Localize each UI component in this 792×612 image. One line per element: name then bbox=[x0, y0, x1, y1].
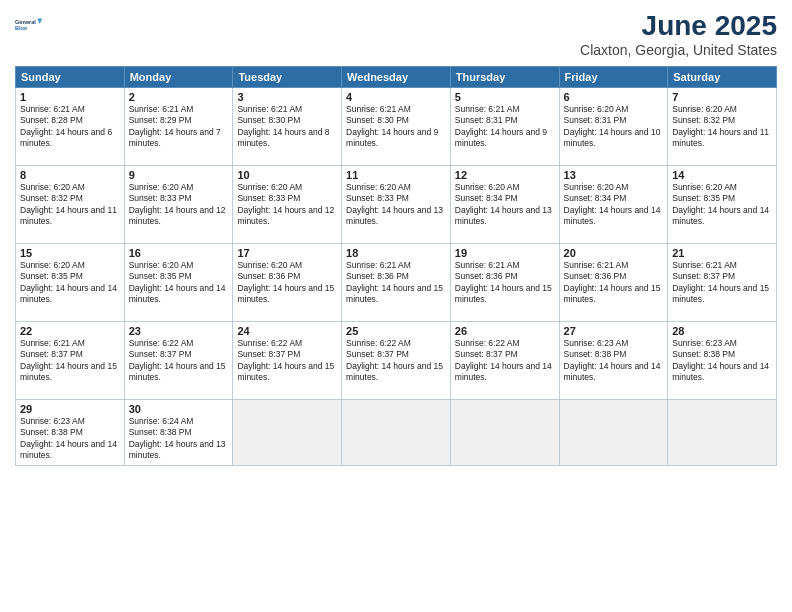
col-header-monday: Monday bbox=[124, 67, 233, 88]
month-title: June 2025 bbox=[580, 10, 777, 42]
day-number: 27 bbox=[564, 325, 664, 337]
day-info: Sunrise: 6:20 AMSunset: 8:35 PMDaylight:… bbox=[129, 260, 229, 306]
logo: GeneralBlue bbox=[15, 10, 43, 38]
page-header: GeneralBlue June 2025 Claxton, Georgia, … bbox=[15, 10, 777, 58]
week-row-2: 8Sunrise: 6:20 AMSunset: 8:32 PMDaylight… bbox=[16, 166, 777, 244]
day-cell: 10Sunrise: 6:20 AMSunset: 8:33 PMDayligh… bbox=[233, 166, 342, 244]
day-number: 21 bbox=[672, 247, 772, 259]
day-info: Sunrise: 6:20 AMSunset: 8:36 PMDaylight:… bbox=[237, 260, 337, 306]
svg-text:Blue: Blue bbox=[15, 25, 27, 31]
calendar-page: GeneralBlue June 2025 Claxton, Georgia, … bbox=[0, 0, 792, 612]
day-info: Sunrise: 6:20 AMSunset: 8:32 PMDaylight:… bbox=[20, 182, 120, 228]
day-cell: 26Sunrise: 6:22 AMSunset: 8:37 PMDayligh… bbox=[450, 322, 559, 400]
day-cell: 19Sunrise: 6:21 AMSunset: 8:36 PMDayligh… bbox=[450, 244, 559, 322]
day-number: 12 bbox=[455, 169, 555, 181]
day-cell: 9Sunrise: 6:20 AMSunset: 8:33 PMDaylight… bbox=[124, 166, 233, 244]
title-block: June 2025 Claxton, Georgia, United State… bbox=[580, 10, 777, 58]
day-cell: 1Sunrise: 6:21 AMSunset: 8:28 PMDaylight… bbox=[16, 88, 125, 166]
day-info: Sunrise: 6:20 AMSunset: 8:33 PMDaylight:… bbox=[129, 182, 229, 228]
day-number: 15 bbox=[20, 247, 120, 259]
day-cell: 8Sunrise: 6:20 AMSunset: 8:32 PMDaylight… bbox=[16, 166, 125, 244]
day-number: 5 bbox=[455, 91, 555, 103]
day-cell: 18Sunrise: 6:21 AMSunset: 8:36 PMDayligh… bbox=[342, 244, 451, 322]
col-header-saturday: Saturday bbox=[668, 67, 777, 88]
day-cell: 21Sunrise: 6:21 AMSunset: 8:37 PMDayligh… bbox=[668, 244, 777, 322]
day-info: Sunrise: 6:20 AMSunset: 8:35 PMDaylight:… bbox=[672, 182, 772, 228]
day-cell: 23Sunrise: 6:22 AMSunset: 8:37 PMDayligh… bbox=[124, 322, 233, 400]
day-cell: 6Sunrise: 6:20 AMSunset: 8:31 PMDaylight… bbox=[559, 88, 668, 166]
day-info: Sunrise: 6:21 AMSunset: 8:31 PMDaylight:… bbox=[455, 104, 555, 150]
day-cell: 13Sunrise: 6:20 AMSunset: 8:34 PMDayligh… bbox=[559, 166, 668, 244]
day-number: 22 bbox=[20, 325, 120, 337]
day-cell: 17Sunrise: 6:20 AMSunset: 8:36 PMDayligh… bbox=[233, 244, 342, 322]
day-number: 10 bbox=[237, 169, 337, 181]
day-cell: 22Sunrise: 6:21 AMSunset: 8:37 PMDayligh… bbox=[16, 322, 125, 400]
day-number: 18 bbox=[346, 247, 446, 259]
day-cell: 24Sunrise: 6:22 AMSunset: 8:37 PMDayligh… bbox=[233, 322, 342, 400]
day-number: 6 bbox=[564, 91, 664, 103]
day-info: Sunrise: 6:22 AMSunset: 8:37 PMDaylight:… bbox=[346, 338, 446, 384]
day-info: Sunrise: 6:23 AMSunset: 8:38 PMDaylight:… bbox=[672, 338, 772, 384]
day-number: 24 bbox=[237, 325, 337, 337]
day-info: Sunrise: 6:20 AMSunset: 8:33 PMDaylight:… bbox=[346, 182, 446, 228]
week-row-3: 15Sunrise: 6:20 AMSunset: 8:35 PMDayligh… bbox=[16, 244, 777, 322]
day-info: Sunrise: 6:23 AMSunset: 8:38 PMDaylight:… bbox=[564, 338, 664, 384]
day-number: 2 bbox=[129, 91, 229, 103]
day-cell: 20Sunrise: 6:21 AMSunset: 8:36 PMDayligh… bbox=[559, 244, 668, 322]
logo-icon: GeneralBlue bbox=[15, 10, 43, 38]
day-number: 8 bbox=[20, 169, 120, 181]
day-info: Sunrise: 6:21 AMSunset: 8:28 PMDaylight:… bbox=[20, 104, 120, 150]
day-number: 16 bbox=[129, 247, 229, 259]
day-cell: 2Sunrise: 6:21 AMSunset: 8:29 PMDaylight… bbox=[124, 88, 233, 166]
week-row-5: 29Sunrise: 6:23 AMSunset: 8:38 PMDayligh… bbox=[16, 400, 777, 466]
col-header-thursday: Thursday bbox=[450, 67, 559, 88]
day-number: 19 bbox=[455, 247, 555, 259]
day-cell: 27Sunrise: 6:23 AMSunset: 8:38 PMDayligh… bbox=[559, 322, 668, 400]
day-cell: 28Sunrise: 6:23 AMSunset: 8:38 PMDayligh… bbox=[668, 322, 777, 400]
day-info: Sunrise: 6:20 AMSunset: 8:34 PMDaylight:… bbox=[564, 182, 664, 228]
day-number: 9 bbox=[129, 169, 229, 181]
day-cell bbox=[668, 400, 777, 466]
day-number: 25 bbox=[346, 325, 446, 337]
day-info: Sunrise: 6:20 AMSunset: 8:31 PMDaylight:… bbox=[564, 104, 664, 150]
day-number: 26 bbox=[455, 325, 555, 337]
day-number: 3 bbox=[237, 91, 337, 103]
day-info: Sunrise: 6:20 AMSunset: 8:32 PMDaylight:… bbox=[672, 104, 772, 150]
day-cell: 25Sunrise: 6:22 AMSunset: 8:37 PMDayligh… bbox=[342, 322, 451, 400]
col-header-sunday: Sunday bbox=[16, 67, 125, 88]
day-info: Sunrise: 6:20 AMSunset: 8:35 PMDaylight:… bbox=[20, 260, 120, 306]
day-info: Sunrise: 6:24 AMSunset: 8:38 PMDaylight:… bbox=[129, 416, 229, 462]
day-info: Sunrise: 6:21 AMSunset: 8:36 PMDaylight:… bbox=[455, 260, 555, 306]
day-cell bbox=[342, 400, 451, 466]
calendar-table: SundayMondayTuesdayWednesdayThursdayFrid… bbox=[15, 66, 777, 466]
svg-text:General: General bbox=[15, 19, 36, 25]
day-info: Sunrise: 6:20 AMSunset: 8:33 PMDaylight:… bbox=[237, 182, 337, 228]
day-cell: 30Sunrise: 6:24 AMSunset: 8:38 PMDayligh… bbox=[124, 400, 233, 466]
day-info: Sunrise: 6:21 AMSunset: 8:30 PMDaylight:… bbox=[237, 104, 337, 150]
day-info: Sunrise: 6:21 AMSunset: 8:36 PMDaylight:… bbox=[346, 260, 446, 306]
day-number: 30 bbox=[129, 403, 229, 415]
day-cell: 5Sunrise: 6:21 AMSunset: 8:31 PMDaylight… bbox=[450, 88, 559, 166]
day-number: 29 bbox=[20, 403, 120, 415]
day-cell: 3Sunrise: 6:21 AMSunset: 8:30 PMDaylight… bbox=[233, 88, 342, 166]
day-number: 20 bbox=[564, 247, 664, 259]
day-cell: 16Sunrise: 6:20 AMSunset: 8:35 PMDayligh… bbox=[124, 244, 233, 322]
day-number: 13 bbox=[564, 169, 664, 181]
day-number: 11 bbox=[346, 169, 446, 181]
day-cell: 12Sunrise: 6:20 AMSunset: 8:34 PMDayligh… bbox=[450, 166, 559, 244]
day-info: Sunrise: 6:20 AMSunset: 8:34 PMDaylight:… bbox=[455, 182, 555, 228]
day-info: Sunrise: 6:21 AMSunset: 8:30 PMDaylight:… bbox=[346, 104, 446, 150]
day-number: 23 bbox=[129, 325, 229, 337]
day-cell: 15Sunrise: 6:20 AMSunset: 8:35 PMDayligh… bbox=[16, 244, 125, 322]
day-cell: 14Sunrise: 6:20 AMSunset: 8:35 PMDayligh… bbox=[668, 166, 777, 244]
day-cell: 7Sunrise: 6:20 AMSunset: 8:32 PMDaylight… bbox=[668, 88, 777, 166]
day-cell: 29Sunrise: 6:23 AMSunset: 8:38 PMDayligh… bbox=[16, 400, 125, 466]
svg-marker-2 bbox=[37, 18, 42, 24]
day-info: Sunrise: 6:23 AMSunset: 8:38 PMDaylight:… bbox=[20, 416, 120, 462]
day-cell bbox=[233, 400, 342, 466]
day-info: Sunrise: 6:21 AMSunset: 8:37 PMDaylight:… bbox=[672, 260, 772, 306]
location-title: Claxton, Georgia, United States bbox=[580, 42, 777, 58]
day-number: 1 bbox=[20, 91, 120, 103]
week-row-1: 1Sunrise: 6:21 AMSunset: 8:28 PMDaylight… bbox=[16, 88, 777, 166]
col-header-wednesday: Wednesday bbox=[342, 67, 451, 88]
